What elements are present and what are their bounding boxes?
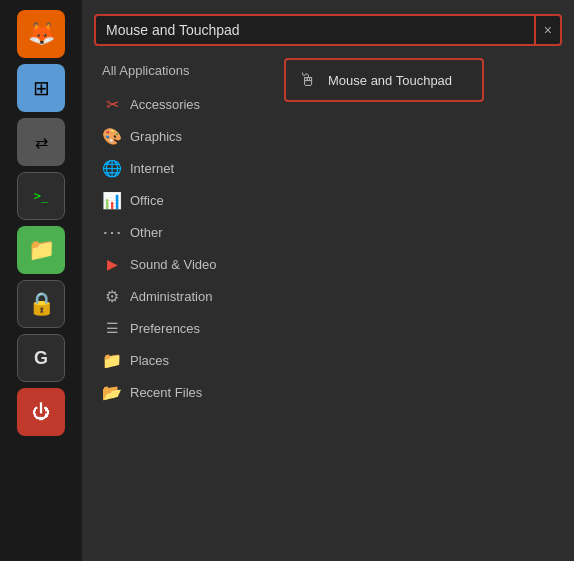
- category-label: Office: [130, 193, 164, 208]
- category-item-preferences[interactable]: Preferences: [94, 313, 274, 343]
- main-panel: Mouse and Touchpad × All Applications Ac…: [82, 0, 574, 561]
- search-input[interactable]: Mouse and Touchpad: [94, 14, 536, 46]
- category-label: Administration: [130, 289, 212, 304]
- category-item-accessories[interactable]: Accessories: [94, 89, 274, 119]
- category-label: Internet: [130, 161, 174, 176]
- graphics-icon: [102, 126, 122, 146]
- category-label: All Applications: [102, 63, 189, 78]
- sidebar-icon-switcher[interactable]: ⇄: [17, 118, 65, 166]
- office-icon: [102, 190, 122, 210]
- sidebar-icon-files[interactable]: 📁: [17, 226, 65, 274]
- category-label: Sound & Video: [130, 257, 217, 272]
- places-icon: [102, 350, 122, 370]
- recentfiles-icon: [102, 382, 122, 402]
- administration-icon: [102, 286, 122, 306]
- category-item-all[interactable]: All Applications: [94, 58, 274, 83]
- category-item-recentfiles[interactable]: Recent Files: [94, 377, 274, 407]
- sidebar-icon-firefox[interactable]: 🦊: [17, 10, 65, 58]
- sidebar: 🦊 ⊞ ⇄ >_ 📁 🔒 G ⏻: [0, 0, 82, 561]
- sidebar-icon-grid[interactable]: ⊞: [17, 64, 65, 112]
- category-item-other[interactable]: Other: [94, 217, 274, 247]
- category-label: Accessories: [130, 97, 200, 112]
- category-item-internet[interactable]: Internet: [94, 153, 274, 183]
- sidebar-icon-grub[interactable]: G: [17, 334, 65, 382]
- category-label: Preferences: [130, 321, 200, 336]
- mouse-icon: [296, 68, 320, 92]
- result-item-mouse-touchpad[interactable]: Mouse and Touchpad: [284, 58, 484, 102]
- category-item-soundvideo[interactable]: Sound & Video: [94, 249, 274, 279]
- category-item-graphics[interactable]: Graphics: [94, 121, 274, 151]
- category-label: Recent Files: [130, 385, 202, 400]
- preferences-icon: [102, 318, 122, 338]
- other-icon: [102, 222, 122, 242]
- result-label: Mouse and Touchpad: [328, 73, 452, 88]
- sidebar-icon-lock[interactable]: 🔒: [17, 280, 65, 328]
- sidebar-icon-power[interactable]: ⏻: [17, 388, 65, 436]
- soundvideo-icon: [102, 254, 122, 274]
- category-item-administration[interactable]: Administration: [94, 281, 274, 311]
- results-area: Mouse and Touchpad: [274, 58, 562, 549]
- sidebar-icon-terminal[interactable]: >_: [17, 172, 65, 220]
- category-label: Other: [130, 225, 163, 240]
- category-label: Graphics: [130, 129, 182, 144]
- category-item-places[interactable]: Places: [94, 345, 274, 375]
- category-list: All Applications Accessories Graphics In…: [94, 58, 274, 549]
- category-item-office[interactable]: Office: [94, 185, 274, 215]
- category-label: Places: [130, 353, 169, 368]
- search-clear-button[interactable]: ×: [536, 14, 562, 46]
- content-area: All Applications Accessories Graphics In…: [94, 58, 562, 549]
- scissors-icon: [102, 94, 122, 114]
- search-bar: Mouse and Touchpad ×: [94, 14, 562, 46]
- close-icon: ×: [544, 22, 552, 38]
- internet-icon: [102, 158, 122, 178]
